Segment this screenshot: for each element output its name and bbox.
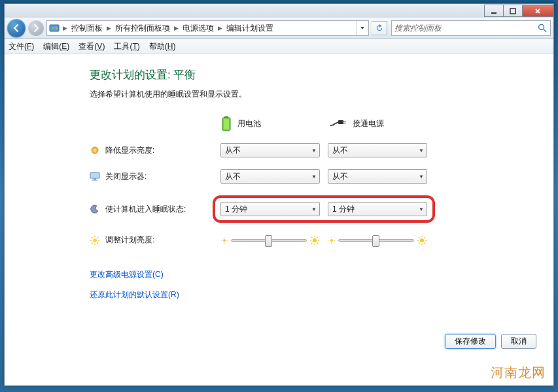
brightness-plugged-slider[interactable]: [328, 235, 427, 246]
window-buttons: [485, 5, 553, 17]
breadcrumb-item[interactable]: 所有控制面板项: [114, 23, 171, 34]
row-brightness-label: 调整计划亮度:: [105, 235, 154, 246]
row-sleep: 使计算机进入睡眠状态: 1 分钟▼ 1 分钟▼: [90, 195, 536, 223]
chevron-right-icon: ▶: [215, 25, 225, 31]
chevron-right-icon: ▶: [104, 25, 114, 31]
svg-rect-11: [343, 123, 346, 123]
cancel-button[interactable]: 取消: [501, 334, 536, 349]
action-buttons: 保存修改 取消: [445, 334, 536, 349]
breadcrumb-item[interactable]: 控制面板: [70, 23, 104, 34]
menubar: 文件(F) 编辑(E) 查看(V) 工具(T) 帮助(H): [5, 39, 553, 54]
chevron-down-icon: ▼: [419, 148, 424, 154]
chevron-down-icon: ▼: [419, 206, 424, 212]
menu-tools[interactable]: 工具(T): [114, 41, 139, 52]
svg-rect-8: [224, 119, 229, 129]
restore-defaults-link[interactable]: 还原此计划的默认设置(R): [90, 289, 536, 301]
chevron-down-icon: ▼: [311, 148, 317, 154]
nav-back-button[interactable]: [7, 19, 26, 37]
svg-point-5: [539, 25, 544, 30]
svg-point-13: [94, 149, 97, 152]
svg-point-21: [420, 238, 424, 242]
menu-edit[interactable]: 编辑(E): [43, 41, 69, 52]
svg-rect-16: [92, 180, 97, 181]
display-plugged-dropdown[interactable]: 从不▼: [328, 169, 427, 184]
chevron-down-icon: ▼: [311, 174, 317, 180]
column-plugged-label: 接通电源: [353, 118, 384, 129]
navbar: ▶ 控制面板 ▶ 所有控制面板项 ▶ 电源选项 ▶ 编辑计划设置: [5, 18, 553, 39]
slider-track[interactable]: [231, 239, 307, 242]
advanced-settings-link[interactable]: 更改高级电源设置(C): [90, 269, 536, 280]
display-battery-dropdown[interactable]: 从不▼: [220, 169, 320, 184]
dim-battery-dropdown[interactable]: 从不▼: [220, 143, 320, 157]
maximize-button[interactable]: [503, 5, 523, 17]
row-brightness: 调整计划亮度:: [90, 235, 536, 246]
sun-large-icon: [309, 235, 320, 246]
save-button[interactable]: 保存修改: [445, 334, 496, 349]
chevron-right-icon: ▶: [60, 25, 70, 31]
slider-track[interactable]: [338, 239, 414, 242]
sleep-icon: [90, 204, 100, 214]
svg-rect-2: [50, 25, 59, 31]
search-icon: [537, 23, 548, 33]
content: 更改计划的设置: 平衡 选择希望计算机使用的睡眠设置和显示设置。 用电池 接通电…: [5, 54, 553, 385]
svg-point-17: [93, 238, 97, 242]
svg-point-19: [313, 238, 317, 242]
column-battery-label: 用电池: [237, 118, 261, 129]
svg-rect-10: [343, 121, 346, 122]
sun-large-icon: [417, 235, 427, 246]
row-display-label: 关闭显示器:: [105, 171, 147, 182]
column-battery: 用电池: [220, 116, 329, 131]
svg-rect-1: [510, 8, 515, 14]
dim-plugged-dropdown[interactable]: 从不▼: [328, 143, 427, 157]
breadcrumb[interactable]: ▶ 控制面板 ▶ 所有控制面板项 ▶ 电源选项 ▶ 编辑计划设置: [46, 20, 369, 36]
row-dim: 降低显示亮度: 从不▼ 从不▼: [90, 143, 536, 157]
svg-rect-15: [94, 178, 96, 180]
slider-thumb[interactable]: [265, 235, 272, 247]
dim-icon: [90, 145, 100, 155]
row-display: 关闭显示器: 从不▼ 从不▼: [90, 169, 536, 184]
highlight-box: 1 分钟▼ 1 分钟▼: [213, 195, 435, 223]
sleep-battery-dropdown[interactable]: 1 分钟▼: [220, 202, 320, 216]
menu-file[interactable]: 文件(F): [9, 41, 34, 52]
breadcrumb-dropdown[interactable]: [357, 21, 367, 35]
page-subtitle: 选择希望计算机使用的睡眠设置和显示设置。: [90, 89, 536, 100]
column-plugged: 接通电源: [329, 118, 438, 129]
sun-small-icon: [328, 237, 336, 244]
svg-rect-0: [491, 12, 497, 14]
chevron-down-icon: ▼: [419, 174, 424, 180]
plug-icon: [329, 119, 347, 128]
chevron-down-icon: ▼: [311, 206, 317, 212]
sleep-plugged-dropdown[interactable]: 1 分钟▼: [328, 202, 427, 216]
breadcrumb-item[interactable]: 编辑计划设置: [225, 23, 275, 34]
minimize-button[interactable]: [484, 5, 504, 17]
row-dim-label: 降低显示亮度:: [105, 145, 154, 156]
columns-header: 用电池 接通电源: [90, 116, 536, 131]
row-sleep-label: 使计算机进入睡眠状态:: [105, 204, 186, 215]
svg-point-18: [223, 239, 226, 242]
page-title: 更改计划的设置: 平衡: [90, 67, 536, 82]
brightness-battery-slider[interactable]: [220, 235, 320, 246]
slider-thumb[interactable]: [372, 235, 379, 247]
nav-forward-button[interactable]: [28, 20, 44, 36]
titlebar: [5, 4, 553, 18]
close-button[interactable]: [522, 5, 553, 17]
svg-point-4: [56, 27, 58, 29]
control-panel-icon: [48, 22, 60, 34]
links: 更改高级电源设置(C) 还原此计划的默认设置(R): [90, 269, 536, 301]
search-input[interactable]: [394, 24, 537, 33]
monitor-icon: [90, 171, 100, 182]
menu-view[interactable]: 查看(V): [78, 41, 105, 52]
svg-point-20: [330, 239, 333, 242]
menu-help[interactable]: 帮助(H): [149, 41, 176, 52]
window: ▶ 控制面板 ▶ 所有控制面板项 ▶ 电源选项 ▶ 编辑计划设置 文件(F) 编…: [4, 3, 554, 386]
search-box[interactable]: [391, 20, 551, 36]
battery-icon: [220, 116, 232, 131]
sun-small-icon: [220, 237, 228, 244]
svg-rect-14: [90, 172, 99, 178]
chevron-right-icon: ▶: [171, 25, 181, 31]
watermark: 河南龙网: [491, 364, 546, 382]
svg-rect-9: [338, 120, 343, 124]
brightness-icon: [90, 235, 100, 246]
breadcrumb-item[interactable]: 电源选项: [181, 23, 215, 34]
refresh-button[interactable]: [372, 21, 387, 35]
